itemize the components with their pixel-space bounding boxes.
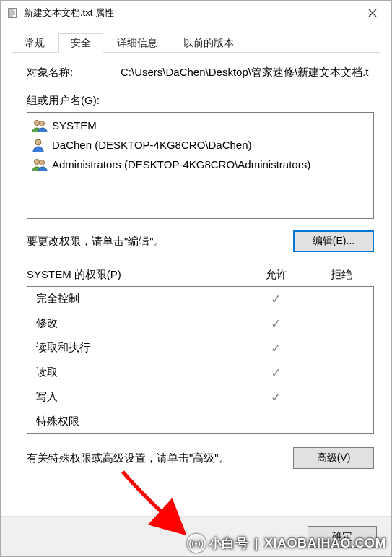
security-tab-content: 对象名称: C:\Users\DaChen\Desktop\管家速修\新建文本文…	[1, 53, 391, 516]
allow-column-label: 允许	[244, 268, 309, 282]
tab-2[interactable]: 详细信息	[105, 33, 170, 53]
document-icon	[6, 7, 18, 19]
group-user-label: 组或用户名(G):	[27, 94, 374, 108]
ok-button[interactable]: 确定	[308, 526, 377, 548]
list-item-label: SYSTEM	[52, 119, 97, 131]
table-row: 完全控制✓	[27, 287, 373, 311]
edit-hint: 要更改权限，请单击"编辑"。	[27, 235, 165, 249]
users-icon	[32, 157, 48, 173]
permission-name: 完全控制	[36, 292, 243, 306]
tab-0[interactable]: 常规	[12, 33, 57, 53]
table-row: 修改✓	[27, 311, 373, 336]
list-item[interactable]: Administrators (DESKTOP-4KG8CRO\Administ…	[29, 155, 372, 174]
close-button[interactable]	[357, 2, 388, 24]
checkmark-icon: ✓	[243, 389, 308, 405]
object-name-label: 对象名称:	[27, 66, 121, 79]
permission-name: 修改	[36, 316, 243, 330]
table-row: 读取和执行✓	[27, 336, 373, 360]
list-item-label: Administrators (DESKTOP-4KG8CRO\Administ…	[52, 158, 310, 170]
deny-column-label: 拒绝	[309, 268, 374, 282]
list-item[interactable]: SYSTEM	[29, 116, 372, 135]
permissions-header: SYSTEM 的权限(P) 允许 拒绝	[27, 268, 374, 282]
svg-point-1	[35, 120, 40, 125]
window-title: 新建文本文档.txt 属性	[24, 7, 357, 20]
advanced-row: 有关特殊权限或高级设置，请单击"高级"。 高级(V)	[27, 447, 374, 469]
permission-name: 写入	[36, 390, 243, 404]
object-name-value: C:\Users\DaChen\Desktop\管家速修\新建文本文档.t	[121, 66, 374, 79]
permissions-table: 完全控制✓修改✓读取和执行✓读取✓写入✓特殊权限	[27, 286, 374, 434]
users-icon	[32, 118, 48, 134]
checkmark-icon: ✓	[243, 340, 308, 356]
advanced-hint: 有关特殊权限或高级设置，请单击"高级"。	[27, 452, 230, 465]
permissions-for-label: SYSTEM 的权限(P)	[27, 268, 244, 282]
checkmark-icon: ✓	[243, 291, 308, 307]
dialog-buttons: 确定	[1, 516, 391, 556]
tabs: 常规安全详细信息以前的版本	[1, 25, 391, 53]
tab-1[interactable]: 安全	[58, 33, 103, 53]
advanced-button[interactable]: 高级(V)	[293, 447, 374, 469]
edit-row: 要更改权限，请单击"编辑"。 编辑(E)...	[27, 230, 374, 252]
user-icon	[32, 137, 48, 153]
checkmark-icon: ✓	[243, 365, 308, 381]
list-item[interactable]: DaChen (DESKTOP-4KG8CRO\DaChen)	[29, 135, 372, 155]
permission-name: 读取	[36, 366, 243, 379]
checkmark-icon: ✓	[243, 316, 308, 332]
table-row: 写入✓	[27, 385, 373, 410]
svg-point-5	[40, 160, 45, 165]
properties-window: 新建文本文档.txt 属性 常规安全详细信息以前的版本 对象名称: C:\Use…	[0, 0, 392, 557]
list-item-label: DaChen (DESKTOP-4KG8CRO\DaChen)	[52, 139, 252, 151]
svg-point-2	[40, 121, 45, 126]
group-user-listbox[interactable]: SYSTEMDaChen (DESKTOP-4KG8CRO\DaChen)Adm…	[27, 112, 374, 219]
edit-button[interactable]: 编辑(E)...	[293, 230, 374, 252]
table-row: 特殊权限	[27, 410, 373, 434]
titlebar: 新建文本文档.txt 属性	[1, 1, 391, 25]
permission-name: 特殊权限	[36, 415, 243, 428]
svg-point-4	[35, 159, 40, 164]
permission-name: 读取和执行	[36, 341, 243, 355]
svg-point-3	[35, 139, 41, 145]
object-name-row: 对象名称: C:\Users\DaChen\Desktop\管家速修\新建文本文…	[27, 66, 374, 79]
table-row: 读取✓	[27, 360, 373, 385]
tab-3[interactable]: 以前的版本	[171, 33, 246, 53]
